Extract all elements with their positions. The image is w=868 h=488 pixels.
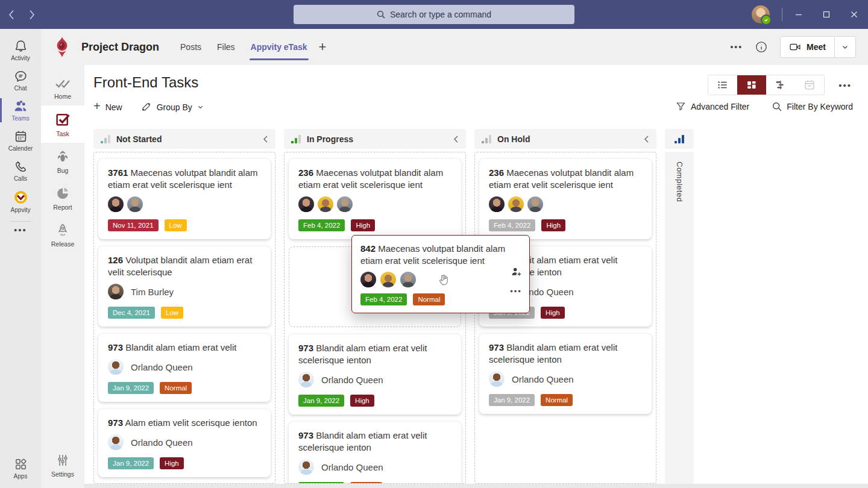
collapse-column-icon[interactable] bbox=[643, 135, 649, 143]
status-chart-icon bbox=[101, 135, 110, 143]
settings-sliders-icon bbox=[55, 452, 71, 468]
home-double-check-icon bbox=[54, 76, 71, 90]
list-view-button[interactable] bbox=[708, 75, 737, 95]
collapsed-column-body[interactable]: Completed bbox=[665, 152, 694, 484]
sidebar-item-report[interactable]: Report bbox=[41, 180, 84, 216]
sidebar-label: Report bbox=[53, 204, 72, 211]
due-date-badge: Feb 4, 2022 bbox=[360, 293, 407, 305]
board-actions: New Group By bbox=[93, 101, 204, 113]
rail-item-calender[interactable]: Calender bbox=[0, 125, 41, 155]
avatar bbox=[108, 196, 124, 212]
column-body: 236 Maecenas volutpat blandit alam etiam… bbox=[474, 152, 656, 484]
rail-item-activity[interactable]: Activity bbox=[0, 35, 41, 65]
sidebar-label: Home bbox=[54, 93, 71, 100]
card-more-icon[interactable] bbox=[510, 287, 522, 296]
minimize-button[interactable] bbox=[785, 0, 813, 29]
rail-item-calls[interactable]: Calls bbox=[0, 155, 41, 186]
tab-appvity-etask[interactable]: Appvity eTask bbox=[243, 29, 315, 65]
rail-item-teams[interactable]: Teams bbox=[0, 95, 41, 125]
etask-sidebar: Home Task Bug Report Release Settings bbox=[41, 65, 84, 488]
task-card[interactable]: 973 Blandit alam etiam erat velit Orland… bbox=[98, 334, 271, 402]
priority-badge: Low bbox=[165, 219, 187, 231]
board-view-button[interactable] bbox=[737, 75, 766, 95]
task-title: Maecenas volutpat blandit alam etiam era… bbox=[360, 243, 505, 266]
priority-badge: Normal bbox=[160, 382, 192, 394]
team-logo bbox=[51, 36, 73, 58]
avatar bbox=[108, 359, 124, 375]
forward-icon[interactable] bbox=[29, 10, 35, 20]
task-title: Maecenas volutpat blandit alam etiam era… bbox=[298, 167, 443, 190]
title-bar: Search or type a command bbox=[0, 0, 868, 29]
assignee-name: Orlando Queen bbox=[321, 462, 383, 472]
rail-item-chat[interactable]: Chat bbox=[0, 65, 41, 95]
dragged-task-card[interactable]: 842 Maecenas volutpat blandit alam etiam… bbox=[351, 235, 530, 313]
etask-main: Front-End Tasks New Group By bbox=[84, 65, 868, 488]
views-more-icon[interactable] bbox=[838, 80, 852, 90]
calendar-view-button[interactable] bbox=[795, 75, 824, 95]
avatar bbox=[108, 284, 124, 299]
info-icon[interactable] bbox=[755, 40, 768, 54]
page-title: Front-End Tasks bbox=[93, 74, 198, 91]
add-tab-button[interactable]: + bbox=[319, 39, 327, 55]
column-header[interactable] bbox=[665, 129, 694, 149]
group-by-icon bbox=[140, 101, 152, 113]
advanced-filter-button[interactable]: Advanced Filter bbox=[676, 101, 749, 111]
plus-icon bbox=[93, 102, 101, 112]
sidebar-item-task[interactable]: Task bbox=[41, 105, 84, 143]
rail-item-apps[interactable]: Apps bbox=[0, 453, 41, 483]
task-card[interactable]: 973 Blandit alam etiam erat velit sceler… bbox=[289, 422, 461, 484]
task-card[interactable]: 973 Alam etiam velit scerisque ienton Or… bbox=[98, 409, 271, 477]
task-id: 973 bbox=[108, 418, 123, 428]
sidebar-item-bug[interactable]: Bug bbox=[41, 143, 84, 180]
back-icon[interactable] bbox=[8, 10, 14, 20]
new-task-button[interactable]: New bbox=[93, 102, 122, 112]
column-title: Not Started bbox=[116, 134, 162, 144]
priority-badge: Normal bbox=[413, 293, 445, 305]
horizontal-scrollbar[interactable] bbox=[84, 484, 868, 488]
avatar bbox=[318, 196, 333, 212]
apps-icon bbox=[14, 457, 28, 471]
task-card[interactable]: 236 Maecenas volutpat blandit alam etiam… bbox=[289, 159, 461, 239]
due-date-badge: Nov 11, 2021 bbox=[108, 219, 159, 231]
user-avatar[interactable] bbox=[752, 5, 770, 23]
column-title: In Progress bbox=[307, 134, 353, 144]
tab-posts[interactable]: Posts bbox=[172, 29, 209, 65]
command-search-input[interactable]: Search or type a command bbox=[294, 5, 574, 24]
view-switcher bbox=[708, 75, 825, 95]
task-id: 236 bbox=[489, 167, 504, 178]
group-by-dropdown[interactable]: Group By bbox=[140, 101, 204, 113]
sidebar-item-settings[interactable]: Settings bbox=[41, 446, 84, 483]
presence-available-icon bbox=[761, 14, 772, 25]
meet-button[interactable]: Meet bbox=[780, 36, 856, 58]
task-card[interactable]: 126 Volutpat blandit alam etiam erat vel… bbox=[98, 246, 271, 327]
priority-badge: High bbox=[351, 219, 375, 231]
rail-item-appvity[interactable]: Appvity bbox=[0, 186, 41, 217]
team-name: Project Dragon bbox=[81, 41, 159, 54]
sidebar-item-release[interactable]: Release bbox=[41, 216, 84, 253]
rail-more-icon[interactable] bbox=[14, 225, 27, 235]
maximize-button[interactable] bbox=[813, 0, 840, 29]
channel-more-icon[interactable] bbox=[730, 42, 743, 52]
task-title: Blandit alam etiam erat velit bbox=[125, 342, 236, 352]
search-icon bbox=[377, 10, 385, 19]
task-card[interactable]: 973 Blandit alam etiam erat velit sceler… bbox=[479, 334, 652, 414]
collapse-column-icon[interactable] bbox=[262, 135, 268, 143]
task-card[interactable]: 3761 Maecenas volutpat blandit alam etia… bbox=[98, 159, 271, 239]
priority-badge: High bbox=[160, 457, 184, 469]
appvity-logo-icon bbox=[13, 190, 28, 205]
app-rail: Activity Chat Teams Calender Calls Appvi… bbox=[0, 29, 41, 488]
meet-dropdown-button[interactable] bbox=[835, 37, 855, 57]
task-title: Maecenas volutpat blandit alam etiam era… bbox=[108, 167, 258, 190]
gantt-view-button[interactable] bbox=[766, 75, 795, 95]
sidebar-item-home[interactable]: Home bbox=[41, 70, 84, 105]
rail-label: Chat bbox=[14, 85, 27, 92]
column-title: On Hold bbox=[497, 134, 530, 144]
collapse-column-icon[interactable] bbox=[453, 135, 459, 143]
chat-icon bbox=[14, 69, 28, 83]
task-card[interactable]: 236 Maecenas volutpat blandit alam etiam… bbox=[479, 159, 652, 239]
task-card[interactable]: 973 Blandit alam etiam erat velit sceler… bbox=[289, 334, 461, 414]
tab-files[interactable]: Files bbox=[209, 29, 243, 65]
assign-person-icon[interactable] bbox=[510, 266, 522, 278]
filter-keyword-input[interactable]: Filter By Keyword bbox=[772, 102, 853, 111]
close-button[interactable] bbox=[840, 0, 868, 29]
